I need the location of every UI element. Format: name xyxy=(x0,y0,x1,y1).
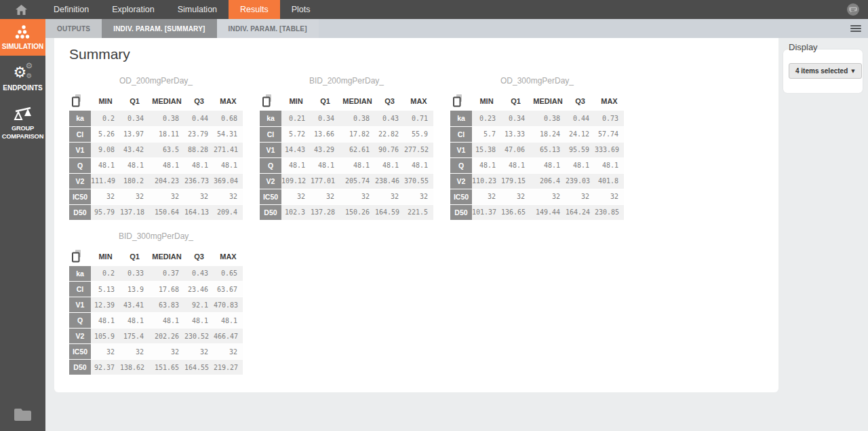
table-row: V2110.23179.15206.4239.03401.8 xyxy=(450,173,624,189)
value-cell: 95.79 xyxy=(91,204,120,220)
copy-table-button[interactable] xyxy=(69,247,91,266)
value-cell: 92.37 xyxy=(91,360,120,375)
value-cell: 466.47 xyxy=(214,329,243,344)
row-label: D50 xyxy=(69,360,91,375)
value-cell: 48.1 xyxy=(214,157,243,173)
home-button[interactable] xyxy=(0,0,42,19)
value-cell: 0.38 xyxy=(149,111,184,126)
sidebar-item-endpoints[interactable]: ⚙⚙⚙ ENDPOINTS xyxy=(0,60,45,96)
row-label: V2 xyxy=(69,173,91,189)
value-cell: 0.34 xyxy=(120,111,149,126)
value-cell: 0.65 xyxy=(214,266,243,282)
value-cell: 102.3 xyxy=(281,204,311,220)
hamburger-icon[interactable] xyxy=(850,24,861,33)
value-cell: 62.61 xyxy=(340,142,375,157)
sidebar-item-label: SIMULATION xyxy=(2,43,43,51)
value-cell: 333.69 xyxy=(595,142,624,157)
copy-table-button[interactable] xyxy=(450,92,472,111)
value-cell: 48.1 xyxy=(375,157,404,173)
chat-bubble-icon[interactable] xyxy=(846,3,860,16)
value-cell: 32 xyxy=(214,189,243,204)
top-navbar: Definition Exploration Simulation Result… xyxy=(0,0,868,19)
row-label: ka xyxy=(69,111,91,126)
nav-item-definition[interactable]: Definition xyxy=(42,0,100,19)
value-cell: 48.1 xyxy=(340,157,375,173)
table-row: ka0.20.340.380.440.68 xyxy=(69,111,243,126)
nav-item-plots[interactable]: Plots xyxy=(280,0,322,19)
table-row: IC503232323232 xyxy=(69,344,243,360)
value-cell: 32 xyxy=(149,344,184,360)
sidebar-item-simulation[interactable]: SIMULATION xyxy=(0,19,45,56)
value-cell: 48.1 xyxy=(184,313,214,329)
nav-item-results[interactable]: Results xyxy=(229,0,280,19)
value-cell: 48.1 xyxy=(91,313,120,329)
value-cell: 15.38 xyxy=(472,142,501,157)
column-header: MAX xyxy=(404,92,433,111)
value-cell: 14.43 xyxy=(281,142,311,157)
copy-icon xyxy=(71,249,82,263)
value-cell: 32 xyxy=(404,189,433,204)
value-cell: 32 xyxy=(375,189,404,204)
tab-outputs[interactable]: OUTPUTS xyxy=(45,19,102,38)
row-label: V1 xyxy=(450,142,472,157)
value-cell: 230.85 xyxy=(595,204,624,220)
table-row: V2109.12177.01205.74238.46370.55 xyxy=(260,173,433,189)
value-cell: 48.1 xyxy=(595,157,624,173)
copy-icon xyxy=(261,94,273,107)
nav-item-exploration[interactable]: Exploration xyxy=(100,0,166,19)
summary-panel: Summary OD_200mgPerDay_ MINQ1MEDIANQ3MAX… xyxy=(54,38,778,392)
value-cell: 48.1 xyxy=(120,157,149,173)
tab-indiv-param-table[interactable]: INDIV. PARAM. [TABLE] xyxy=(217,19,319,38)
value-cell: 0.38 xyxy=(530,111,566,126)
value-cell: 9.08 xyxy=(91,142,120,157)
table-row: V112.3943.4163.8392.1470.83 xyxy=(69,297,243,313)
value-cell: 23.79 xyxy=(184,126,214,142)
value-cell: 48.1 xyxy=(149,157,184,173)
table-row: Cl5.2613.9718.1123.7954.31 xyxy=(69,126,243,142)
column-header: MIN xyxy=(91,247,120,266)
value-cell: 18.24 xyxy=(530,126,566,142)
table-row: IC503232323232 xyxy=(450,189,624,204)
value-cell: 180.2 xyxy=(120,173,149,189)
value-cell: 370.55 xyxy=(404,173,433,189)
row-label: Cl xyxy=(69,282,91,297)
page-title: Summary xyxy=(69,46,764,62)
results-tabbar: OUTPUTS INDIV. PARAM. [SUMMARY] INDIV. P… xyxy=(45,19,868,38)
value-cell: 32 xyxy=(120,189,149,204)
value-cell: 12.39 xyxy=(91,297,120,313)
row-label: IC50 xyxy=(450,189,472,204)
folder-icon xyxy=(14,407,32,421)
row-label: IC50 xyxy=(69,344,91,360)
copy-icon xyxy=(71,94,82,107)
nav-item-simulation[interactable]: Simulation xyxy=(166,0,229,19)
tab-indiv-param-summary[interactable]: INDIV. PARAM. [SUMMARY] xyxy=(102,19,216,38)
copy-table-button[interactable] xyxy=(69,92,91,111)
value-cell: 48.1 xyxy=(530,157,566,173)
table-row: V114.4343.2962.6190.76277.52 xyxy=(260,142,433,157)
copy-table-button[interactable] xyxy=(260,92,281,111)
value-cell: 0.23 xyxy=(472,111,501,126)
row-label: ka xyxy=(69,266,91,282)
value-cell: 164.13 xyxy=(184,204,214,220)
value-cell: 137.18 xyxy=(120,204,149,220)
value-cell: 0.43 xyxy=(375,111,404,126)
project-folder-button[interactable] xyxy=(0,407,45,421)
value-cell: 32 xyxy=(120,344,149,360)
value-cell: 136.65 xyxy=(501,204,530,220)
value-cell: 13.33 xyxy=(501,126,530,142)
items-selected-dropdown[interactable]: 4 items selected ▼ xyxy=(789,63,862,79)
column-header: MEDIAN xyxy=(340,92,375,111)
value-cell: 105.9 xyxy=(91,329,120,344)
value-cell: 0.43 xyxy=(184,266,214,282)
param-table: OD_200mgPerDay_ MINQ1MEDIANQ3MAXka0.20.3… xyxy=(69,76,243,221)
table-row: Q48.148.148.148.148.1 xyxy=(260,157,433,173)
value-cell: 32 xyxy=(91,344,120,360)
value-cell: 13.9 xyxy=(120,282,149,297)
value-cell: 88.28 xyxy=(184,142,214,157)
left-sidebar: SIMULATION ⚙⚙⚙ ENDPOINTS GROUP COMPARISO… xyxy=(0,19,45,431)
row-label: IC50 xyxy=(260,189,281,204)
sidebar-item-group-comparison[interactable]: GROUP COMPARISON xyxy=(0,101,45,143)
value-cell: 111.49 xyxy=(91,173,120,189)
row-label: V2 xyxy=(69,329,91,344)
value-cell: 13.97 xyxy=(120,126,149,142)
